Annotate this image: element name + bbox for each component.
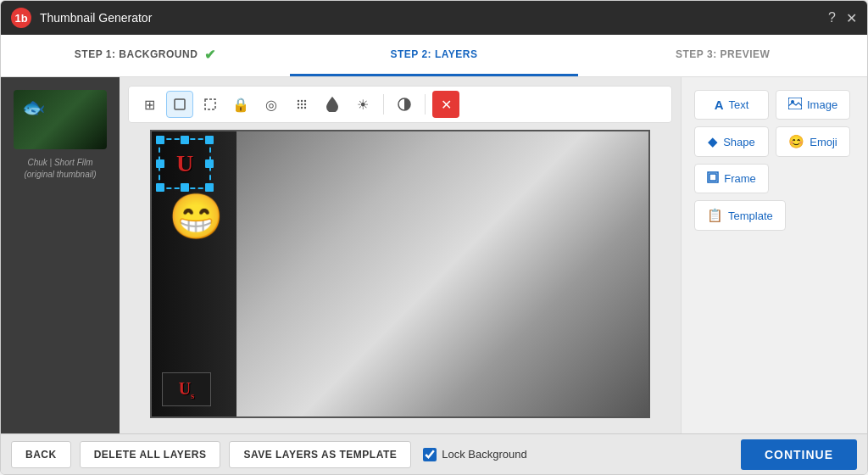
lock-background-text: Lock Background xyxy=(442,448,526,461)
layer-logo-text: U xyxy=(176,150,193,177)
thumbnail-label: Chuk | Short Film (original thumbnail) xyxy=(24,156,96,181)
main-content: 🐟 Chuk | Short Film (original thumbnail)… xyxy=(1,77,867,433)
tool-delete[interactable]: ✕ xyxy=(432,91,459,118)
frame-icon xyxy=(707,171,719,186)
selected-layer-box[interactable]: U xyxy=(159,138,211,189)
step-3[interactable]: STEP 3: PREVIEW xyxy=(578,35,867,76)
close-icon[interactable]: ✕ xyxy=(846,10,857,26)
svg-point-6 xyxy=(301,103,303,105)
tool-grid[interactable]: ⊞ xyxy=(136,91,163,118)
canvas-inner: U 😁 Us xyxy=(152,131,648,416)
image-icon xyxy=(788,98,802,112)
handle-tm[interactable] xyxy=(181,136,189,144)
save-template-button[interactable]: SAVE LAYERS AS TEMPLATE xyxy=(229,441,411,468)
title-bar-actions: ? ✕ xyxy=(828,10,857,26)
add-buttons: A Text Image ◆ Shape 😊 Emoji xyxy=(694,90,854,231)
app-logo: 1b xyxy=(11,8,31,28)
emoji-icon: 😊 xyxy=(788,134,804,149)
step-1[interactable]: STEP 1: BACKGROUND ✔ xyxy=(1,35,290,76)
back-button[interactable]: BACK xyxy=(11,441,71,468)
thumbnail-fish-icon: 🐟 xyxy=(22,97,45,119)
svg-point-9 xyxy=(301,107,303,109)
toolbar: ⊞ 🔒 ◎ ☀ xyxy=(128,86,672,123)
handle-bl[interactable] xyxy=(156,183,164,192)
delete-all-button[interactable]: DELETE ALL LAYERS xyxy=(80,441,221,468)
continue-button[interactable]: CONTINUE xyxy=(741,439,857,470)
emoji-layer[interactable]: 😁 xyxy=(169,191,224,243)
text-icon: A xyxy=(715,98,724,112)
step-1-label: STEP 1: BACKGROUND xyxy=(75,48,198,60)
thumbnail-image: 🐟 xyxy=(14,90,107,149)
bottom-logo-text: Us xyxy=(179,379,195,400)
step-1-check: ✔ xyxy=(204,47,216,63)
app-title: Thumbnail Generator xyxy=(40,11,828,25)
toolbar-separator-2 xyxy=(425,94,426,115)
tool-lock[interactable]: 🔒 xyxy=(227,91,254,118)
canvas-wrapper: U 😁 Us xyxy=(128,130,672,425)
svg-point-2 xyxy=(298,100,299,102)
add-emoji-button[interactable]: 😊 Emoji xyxy=(776,126,850,157)
help-icon[interactable]: ? xyxy=(828,10,836,25)
canvas-area: ⊞ 🔒 ◎ ☀ xyxy=(120,77,681,433)
tool-target[interactable]: ◎ xyxy=(258,91,285,118)
step-2[interactable]: STEP 2: LAYERS xyxy=(290,35,579,76)
toolbar-separator xyxy=(383,94,384,115)
tool-grid2[interactable] xyxy=(288,91,315,118)
add-shape-button[interactable]: ◆ Shape xyxy=(694,126,769,157)
step-bar: STEP 1: BACKGROUND ✔ STEP 2: LAYERS STEP… xyxy=(1,35,867,77)
svg-rect-1 xyxy=(205,99,215,109)
shape-icon: ◆ xyxy=(708,134,718,149)
svg-rect-0 xyxy=(175,99,185,109)
right-panel: A Text Image ◆ Shape 😊 Emoji xyxy=(681,77,867,433)
add-image-button[interactable]: Image xyxy=(776,90,850,120)
app-window: 1b Thumbnail Generator ? ✕ STEP 1: BACKG… xyxy=(0,0,868,475)
add-text-button[interactable]: A Text xyxy=(694,90,769,120)
left-sidebar: 🐟 Chuk | Short Film (original thumbnail) xyxy=(1,77,120,433)
tool-brightness[interactable]: ☀ xyxy=(349,91,376,118)
svg-point-4 xyxy=(304,100,306,102)
step-2-label: STEP 2: LAYERS xyxy=(390,48,477,60)
tool-marquee[interactable] xyxy=(197,91,224,118)
add-template-button[interactable]: 📋 Template xyxy=(694,200,786,231)
svg-point-8 xyxy=(298,107,299,109)
tool-select[interactable] xyxy=(166,91,193,118)
tool-drop[interactable] xyxy=(319,91,346,118)
add-frame-button[interactable]: Frame xyxy=(694,164,769,193)
title-bar: 1b Thumbnail Generator ? ✕ xyxy=(1,1,867,35)
template-icon: 📋 xyxy=(707,208,723,223)
handle-tl[interactable] xyxy=(156,136,164,144)
svg-point-7 xyxy=(304,103,306,105)
handle-mr[interactable] xyxy=(205,159,214,168)
handle-ml[interactable] xyxy=(156,159,164,168)
handle-tr[interactable] xyxy=(205,136,214,144)
svg-rect-15 xyxy=(709,174,716,181)
bw-mid-bg xyxy=(236,131,648,416)
tool-contrast[interactable] xyxy=(391,91,418,118)
thumbnail-preview: 🐟 xyxy=(14,90,107,149)
svg-point-3 xyxy=(301,100,303,102)
svg-point-5 xyxy=(298,103,299,105)
lock-background-checkbox[interactable] xyxy=(423,448,437,461)
selected-layer-inner: U xyxy=(160,140,209,187)
bottom-logo-layer[interactable]: Us xyxy=(162,372,211,406)
lock-background-label: Lock Background xyxy=(423,448,526,461)
svg-point-10 xyxy=(304,107,306,109)
bottom-bar: BACK DELETE ALL LAYERS SAVE LAYERS AS TE… xyxy=(1,433,867,474)
step-3-label: STEP 3: PREVIEW xyxy=(676,48,770,60)
canvas[interactable]: U 😁 Us xyxy=(150,130,650,418)
